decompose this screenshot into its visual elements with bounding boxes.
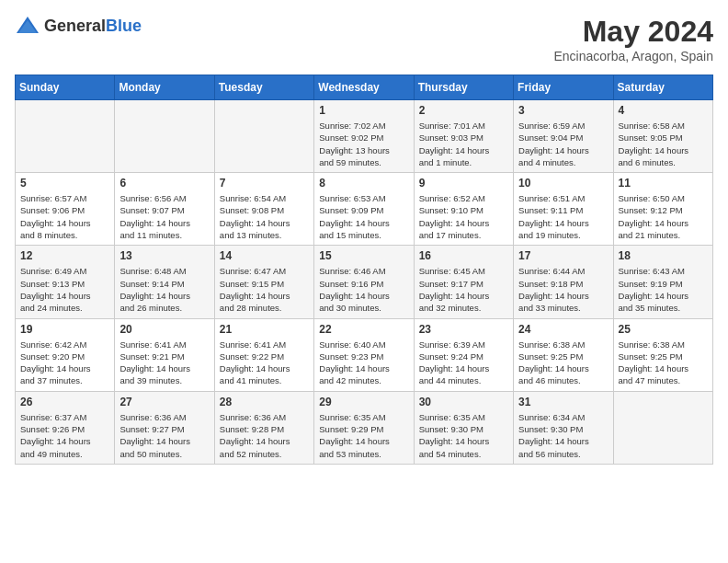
day-info: Sunrise: 6:40 AMSunset: 9:23 PMDaylight:… — [319, 339, 408, 387]
day-info: Sunrise: 6:51 AMSunset: 9:11 PMDaylight:… — [518, 192, 608, 241]
header-day-friday: Friday — [514, 75, 613, 100]
day-info: Sunrise: 7:02 AMSunset: 9:02 PMDaylight:… — [319, 120, 408, 168]
day-info: Sunrise: 6:53 AMSunset: 9:09 PMDaylight:… — [319, 192, 408, 241]
calendar-cell: 14Sunrise: 6:47 AMSunset: 9:15 PMDayligh… — [214, 246, 313, 318]
calendar-cell: 6Sunrise: 6:56 AMSunset: 9:07 PMDaylight… — [115, 173, 214, 246]
day-number: 7 — [220, 177, 309, 190]
day-info: Sunrise: 6:47 AMSunset: 9:15 PMDaylight:… — [220, 265, 309, 314]
title-block: May 2024 Encinacorba, Aragon, Spain — [553, 15, 713, 63]
day-number: 19 — [20, 323, 109, 336]
calendar-table: SundayMondayTuesdayWednesdayThursdayFrid… — [15, 75, 713, 465]
calendar-cell: 8Sunrise: 6:53 AMSunset: 9:09 PMDaylight… — [314, 173, 414, 246]
calendar-cell: 11Sunrise: 6:50 AMSunset: 9:12 PMDayligh… — [613, 173, 712, 246]
calendar-cell: 7Sunrise: 6:54 AMSunset: 9:08 PMDaylight… — [214, 173, 313, 246]
day-info: Sunrise: 6:37 AMSunset: 9:26 PMDaylight:… — [20, 411, 109, 460]
day-number: 8 — [319, 177, 408, 190]
week-row-2: 5Sunrise: 6:57 AMSunset: 9:06 PMDaylight… — [16, 173, 713, 246]
day-number: 14 — [220, 249, 309, 262]
calendar-header: SundayMondayTuesdayWednesdayThursdayFrid… — [16, 75, 713, 100]
day-number: 28 — [220, 396, 309, 408]
week-row-4: 19Sunrise: 6:42 AMSunset: 9:20 PMDayligh… — [16, 318, 713, 391]
calendar-cell: 1Sunrise: 7:02 AMSunset: 9:02 PMDaylight… — [314, 100, 414, 173]
day-info: Sunrise: 6:58 AMSunset: 9:05 PMDaylight:… — [619, 120, 708, 168]
day-number: 17 — [518, 249, 608, 262]
day-info: Sunrise: 6:49 AMSunset: 9:13 PMDaylight:… — [20, 265, 109, 314]
header-day-thursday: Thursday — [414, 75, 513, 100]
day-info: Sunrise: 6:41 AMSunset: 9:21 PMDaylight:… — [119, 339, 209, 387]
calendar-cell: 12Sunrise: 6:49 AMSunset: 9:13 PMDayligh… — [16, 246, 115, 318]
day-number: 25 — [619, 323, 708, 336]
logo-general: GeneralBlue — [44, 17, 142, 36]
calendar-cell: 20Sunrise: 6:41 AMSunset: 9:21 PMDayligh… — [115, 318, 214, 391]
calendar-cell: 16Sunrise: 6:45 AMSunset: 9:17 PMDayligh… — [414, 246, 513, 318]
header-row: SundayMondayTuesdayWednesdayThursdayFrid… — [16, 75, 713, 100]
day-info: Sunrise: 6:44 AMSunset: 9:18 PMDaylight:… — [518, 265, 608, 314]
calendar-cell: 18Sunrise: 6:43 AMSunset: 9:19 PMDayligh… — [613, 246, 712, 318]
calendar-cell — [115, 100, 214, 173]
day-number: 12 — [20, 249, 109, 262]
day-number: 30 — [419, 396, 508, 408]
day-info: Sunrise: 6:34 AMSunset: 9:30 PMDaylight:… — [518, 411, 608, 460]
calendar-cell: 15Sunrise: 6:46 AMSunset: 9:16 PMDayligh… — [314, 246, 414, 318]
week-row-1: 1Sunrise: 7:02 AMSunset: 9:02 PMDaylight… — [16, 100, 713, 173]
day-info: Sunrise: 6:42 AMSunset: 9:20 PMDaylight:… — [20, 339, 109, 387]
page-header: GeneralBlue May 2024 Encinacorba, Aragon… — [15, 15, 713, 63]
calendar-cell: 30Sunrise: 6:35 AMSunset: 9:30 PMDayligh… — [414, 391, 513, 464]
calendar-cell: 22Sunrise: 6:40 AMSunset: 9:23 PMDayligh… — [314, 318, 414, 391]
calendar-cell: 25Sunrise: 6:38 AMSunset: 9:25 PMDayligh… — [613, 318, 712, 391]
day-number: 16 — [419, 249, 508, 262]
calendar-cell — [16, 100, 115, 173]
day-number: 27 — [119, 396, 209, 408]
location-title: Encinacorba, Aragon, Spain — [553, 49, 713, 63]
calendar-cell: 10Sunrise: 6:51 AMSunset: 9:11 PMDayligh… — [514, 173, 613, 246]
day-info: Sunrise: 6:50 AMSunset: 9:12 PMDaylight:… — [619, 192, 708, 241]
calendar-cell: 9Sunrise: 6:52 AMSunset: 9:10 PMDaylight… — [414, 173, 513, 246]
day-info: Sunrise: 6:38 AMSunset: 9:25 PMDaylight:… — [619, 339, 708, 387]
day-number: 6 — [119, 177, 209, 190]
calendar-cell: 21Sunrise: 6:41 AMSunset: 9:22 PMDayligh… — [214, 318, 313, 391]
week-row-3: 12Sunrise: 6:49 AMSunset: 9:13 PMDayligh… — [16, 246, 713, 318]
logo: GeneralBlue — [15, 15, 142, 37]
day-number: 24 — [518, 323, 608, 336]
calendar-cell: 26Sunrise: 6:37 AMSunset: 9:26 PMDayligh… — [16, 391, 115, 464]
day-number: 1 — [319, 104, 408, 117]
calendar-cell: 3Sunrise: 6:59 AMSunset: 9:04 PMDaylight… — [514, 100, 613, 173]
day-number: 31 — [518, 396, 608, 408]
day-info: Sunrise: 6:59 AMSunset: 9:04 PMDaylight:… — [518, 120, 608, 168]
day-info: Sunrise: 6:45 AMSunset: 9:17 PMDaylight:… — [419, 265, 508, 314]
logo-icon — [15, 15, 40, 37]
calendar-cell: 4Sunrise: 6:58 AMSunset: 9:05 PMDaylight… — [613, 100, 712, 173]
day-number: 23 — [419, 323, 508, 336]
day-number: 3 — [518, 104, 608, 117]
day-info: Sunrise: 6:41 AMSunset: 9:22 PMDaylight:… — [220, 339, 309, 387]
calendar-cell: 2Sunrise: 7:01 AMSunset: 9:03 PMDaylight… — [414, 100, 513, 173]
day-number: 9 — [419, 177, 508, 190]
day-number: 4 — [619, 104, 708, 117]
header-day-sunday: Sunday — [16, 75, 115, 100]
calendar-cell: 17Sunrise: 6:44 AMSunset: 9:18 PMDayligh… — [514, 246, 613, 318]
day-info: Sunrise: 6:54 AMSunset: 9:08 PMDaylight:… — [220, 192, 309, 241]
day-info: Sunrise: 6:35 AMSunset: 9:30 PMDaylight:… — [419, 411, 508, 460]
calendar-cell: 31Sunrise: 6:34 AMSunset: 9:30 PMDayligh… — [514, 391, 613, 464]
day-number: 11 — [619, 177, 708, 190]
day-info: Sunrise: 7:01 AMSunset: 9:03 PMDaylight:… — [419, 120, 508, 168]
day-number: 20 — [119, 323, 209, 336]
day-info: Sunrise: 6:36 AMSunset: 9:28 PMDaylight:… — [220, 411, 309, 460]
day-number: 2 — [419, 104, 508, 117]
day-info: Sunrise: 6:35 AMSunset: 9:29 PMDaylight:… — [319, 411, 408, 460]
header-day-monday: Monday — [115, 75, 214, 100]
calendar-cell — [214, 100, 313, 173]
calendar-cell: 29Sunrise: 6:35 AMSunset: 9:29 PMDayligh… — [314, 391, 414, 464]
header-day-tuesday: Tuesday — [214, 75, 313, 100]
day-info: Sunrise: 6:36 AMSunset: 9:27 PMDaylight:… — [119, 411, 209, 460]
day-info: Sunrise: 6:43 AMSunset: 9:19 PMDaylight:… — [619, 265, 708, 314]
day-number: 29 — [319, 396, 408, 408]
calendar-cell: 24Sunrise: 6:38 AMSunset: 9:25 PMDayligh… — [514, 318, 613, 391]
day-number: 18 — [619, 249, 708, 262]
calendar-body: 1Sunrise: 7:02 AMSunset: 9:02 PMDaylight… — [16, 100, 713, 465]
calendar-cell: 23Sunrise: 6:39 AMSunset: 9:24 PMDayligh… — [414, 318, 513, 391]
day-info: Sunrise: 6:38 AMSunset: 9:25 PMDaylight:… — [518, 339, 608, 387]
day-number: 15 — [319, 249, 408, 262]
day-number: 10 — [518, 177, 608, 190]
day-number: 13 — [119, 249, 209, 262]
